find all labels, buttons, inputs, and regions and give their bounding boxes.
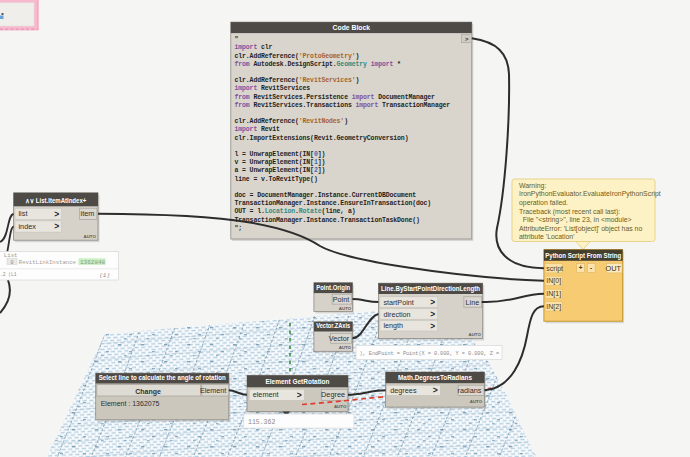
svg-text:script: script	[546, 265, 563, 273]
svg-text:-: -	[590, 264, 592, 271]
svg-text:";: ";	[235, 225, 243, 232]
svg-text:doc = DocumentManager.Instance: doc = DocumentManager.Instance.CurrentDB…	[235, 192, 417, 199]
svg-text:List: List	[4, 252, 18, 259]
svg-text:attribute 'Location': attribute 'Location'	[519, 233, 575, 240]
svg-text:Vector: Vector	[329, 334, 350, 343]
svg-text:115.362: 115.362	[248, 419, 275, 426]
svg-text:>: >	[54, 209, 59, 219]
svg-text:index: index	[19, 222, 37, 231]
svg-text:∧∨ List.ItemAtIndex+: ∧∨ List.ItemAtIndex+	[25, 197, 86, 204]
svg-text:OUT: OUT	[606, 264, 622, 273]
svg-text:AttributeError: 'List[object]': AttributeError: 'List[object]' object ha…	[519, 225, 642, 233]
svg-text:Python Script From String: Python Script From String	[545, 252, 621, 260]
svg-text:clr.ImportExtensions(Revit.Geo: clr.ImportExtensions(Revit.GeometryConve…	[235, 135, 409, 142]
svg-text:>: >	[54, 221, 59, 231]
svg-text:IronPythonEvaluator.EvaluateIr: IronPythonEvaluator.EvaluateIronPythonSc…	[519, 190, 661, 198]
svg-text:Warning:: Warning:	[519, 182, 546, 190]
svg-text:v = UnwrapElement(IN[1]): v = UnwrapElement(IN[1])	[235, 159, 326, 166]
svg-text:import Revit: import Revit	[235, 126, 281, 133]
svg-text:import RevitServices: import RevitServices	[235, 85, 311, 92]
svg-text:element: element	[253, 390, 279, 399]
svg-text:Line: Line	[466, 298, 480, 307]
svg-text:AUTO: AUTO	[469, 332, 482, 337]
svg-text:AUTO: AUTO	[339, 306, 352, 311]
svg-text:Element : 1362075: Element : 1362075	[101, 400, 160, 407]
svg-text:from Autodesk.DesignScript.Geo: from Autodesk.DesignScript.Geometry impo…	[235, 61, 402, 68]
svg-text:(1): (1)	[99, 272, 110, 279]
svg-text:Element GetRotation: Element GetRotation	[266, 377, 330, 386]
svg-text:line = v.ToRevitType(): line = v.ToRevitType()	[235, 176, 318, 183]
svg-text:IN[1]: IN[1]	[546, 290, 561, 298]
svg-text:AUTO: AUTO	[84, 234, 97, 239]
svg-text:Line.ByStartPointDirectionLeng: Line.ByStartPointDirectionLength	[381, 285, 480, 293]
svg-text:+: +	[579, 264, 583, 271]
svg-text:Degree: Degree	[321, 390, 345, 399]
svg-text:clr.AddReference('RevitNodes'): clr.AddReference('RevitNodes')	[235, 118, 348, 125]
svg-text:l = UnwrapElement(IN[0]): l = UnwrapElement(IN[0])	[235, 151, 326, 158]
svg-text:>: >	[433, 385, 438, 395]
svg-text:>: >	[297, 390, 302, 400]
svg-text:import clr: import clr	[235, 44, 273, 51]
svg-text:OUT = l.Location.Rotate(line,: OUT = l.Location.Rotate(line, a)	[235, 208, 356, 215]
svg-text:clr.AddReference('RevitService: clr.AddReference('RevitServices')	[235, 77, 360, 84]
svg-text:Point.Origin: Point.Origin	[316, 284, 350, 292]
svg-text:item: item	[81, 209, 95, 218]
svg-text:AUTO: AUTO	[339, 345, 352, 350]
svg-text:from RevitServices.Transaction: from RevitServices.Transactions import T…	[235, 102, 451, 109]
svg-text:>: >	[430, 309, 435, 319]
svg-text:clr.AddReference('ProtoGeometr: clr.AddReference('ProtoGeometry')	[235, 53, 360, 60]
svg-text:>: >	[430, 297, 435, 307]
svg-text:direction: direction	[383, 310, 410, 319]
svg-text:Traceback (most recent call la: Traceback (most recent call last):	[519, 208, 620, 216]
svg-text:AUTO: AUTO	[334, 404, 347, 409]
svg-text:Vector.ZAxis: Vector.ZAxis	[316, 322, 350, 329]
svg-text:Code Block: Code Block	[333, 24, 371, 31]
svg-text:), EndPoint = Point(X = 0.000,: ), EndPoint = Point(X = 0.000, Y = 0.000…	[360, 350, 500, 357]
svg-text:startPoint: startPoint	[383, 298, 413, 307]
svg-text:degrees: degrees	[390, 386, 417, 395]
svg-text:": "	[235, 36, 239, 43]
svg-text:>: >	[430, 321, 435, 331]
svg-text:AUTO: AUTO	[470, 399, 483, 404]
svg-text:a = UnwrapElement(IN[2]): a = UnwrapElement(IN[2])	[235, 167, 326, 174]
svg-text:from RevitServices.Persistence: from RevitServices.Persistence import Do…	[235, 94, 436, 101]
svg-text:IN[2]: IN[2]	[546, 303, 561, 311]
svg-text:.2 (L1: .2 (L1	[0, 272, 17, 277]
svg-text:Select line to calculate the a: Select line to calculate the angle of ro…	[99, 374, 226, 382]
svg-text:File "<string>", line 23, in <: File "<string>", line 23, in <module>	[519, 216, 632, 224]
svg-text:Change: Change	[135, 388, 161, 396]
svg-text:>: >	[465, 36, 469, 42]
svg-text:operation failed.: operation failed.	[519, 199, 568, 207]
svg-text:TransactionManager.Instance.Tr: TransactionManager.Instance.TransactionT…	[235, 217, 420, 224]
svg-text:1362848: 1362848	[80, 259, 106, 266]
svg-text:radians: radians	[458, 386, 482, 395]
svg-text:list: list	[19, 209, 28, 218]
svg-text:IN[0]: IN[0]	[546, 277, 561, 285]
svg-text:Math.DegreesToRadians: Math.DegreesToRadians	[398, 374, 472, 382]
svg-text:Element: Element	[200, 386, 226, 395]
svg-text:0: 0	[10, 260, 13, 266]
svg-text:TransactionManager.Instance.En: TransactionManager.Instance.EnsureInTran…	[235, 200, 432, 207]
svg-text:length: length	[383, 321, 403, 330]
svg-text:Point: Point	[333, 295, 349, 304]
svg-text:RevitLinkInstance: RevitLinkInstance	[19, 259, 76, 266]
